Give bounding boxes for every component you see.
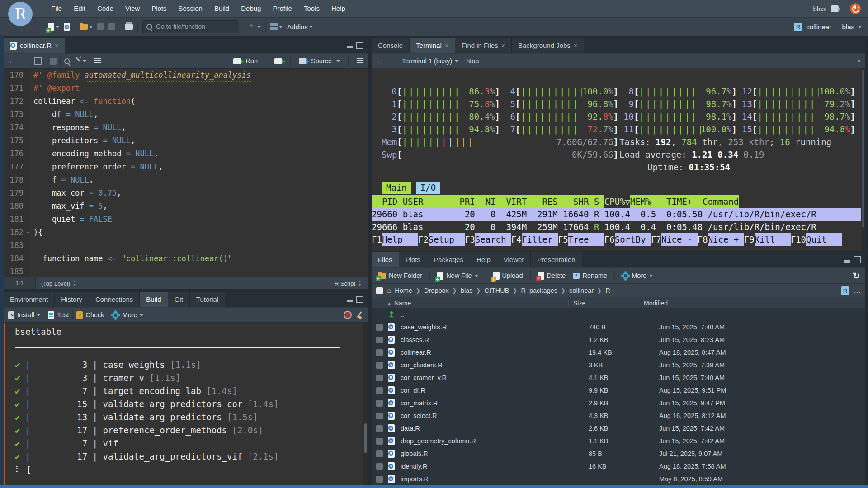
file-checkbox[interactable] xyxy=(376,425,383,432)
menu-session[interactable]: Session xyxy=(173,0,208,17)
sign-out-icon[interactable] xyxy=(831,5,839,12)
fkey-f8[interactable]: F8Nice + xyxy=(698,233,744,246)
tab-terminal[interactable]: Terminal× xyxy=(410,38,455,53)
file-row[interactable]: Rcollinear.R19.4 KBAug 18, 2025, 8:47 AM xyxy=(372,346,865,359)
file-name[interactable]: cor_matrix.R xyxy=(401,399,584,407)
file-name[interactable]: cor_clusters.R xyxy=(401,361,584,369)
build-scrollbar[interactable] xyxy=(363,323,368,485)
new-project-button[interactable]: R xyxy=(64,23,70,31)
home-icon[interactable]: ⌂ xyxy=(387,286,391,295)
file-checkbox[interactable] xyxy=(376,375,383,381)
tab-history[interactable]: History xyxy=(55,292,89,307)
more-button[interactable]: More xyxy=(618,272,656,279)
tab-viewer[interactable]: Viewer xyxy=(497,252,531,267)
scope-indicator[interactable]: (Top Level) xyxy=(41,280,70,287)
file-row[interactable]: Rcor_clusters.R3 KBJun 15, 2025, 7:39 AM xyxy=(372,359,865,371)
menu-profile[interactable]: Profile xyxy=(267,0,298,17)
run-button[interactable]: Run xyxy=(245,57,258,65)
process-row[interactable]: 29666 blas 20 0 394M 259M 17664 R 100.4 … xyxy=(372,221,861,233)
test-button[interactable]: Test xyxy=(57,311,69,319)
file-row[interactable]: Rcor_df.R9.9 KBAug 15, 2025, 9:51 PM xyxy=(372,384,865,397)
breadcrumb-collinear[interactable]: collinear xyxy=(569,287,594,294)
file-checkbox[interactable] xyxy=(376,413,383,419)
close-icon[interactable]: × xyxy=(445,38,448,53)
cursor-position[interactable]: 1:1 xyxy=(4,277,36,289)
file-checkbox[interactable] xyxy=(376,438,383,445)
file-row[interactable]: Rglobals.R85 BJul 21, 2025, 9:07 AM xyxy=(372,447,865,460)
file-name[interactable]: cor_df.R xyxy=(401,387,584,394)
maximize-icon[interactable] xyxy=(356,42,363,49)
upload-button[interactable]: ↑ Upload xyxy=(490,272,527,280)
clear-icon[interactable] xyxy=(356,311,363,319)
file-checkbox[interactable] xyxy=(376,476,383,483)
tab-collinear-r[interactable]: R collinear.R × xyxy=(4,38,65,53)
tab-find-in-files[interactable]: Find in Files× xyxy=(455,38,512,53)
htop-tab-i-o[interactable]: I/O xyxy=(416,182,440,194)
minimize-icon[interactable] xyxy=(347,46,353,48)
file-name[interactable]: .. xyxy=(401,311,584,318)
close-terminal-icon[interactable]: × xyxy=(857,57,865,65)
close-icon[interactable]: × xyxy=(574,38,577,53)
fkey-f10[interactable]: F10Quit xyxy=(791,233,842,246)
terminal-session-selector[interactable]: Terminal 1 (busy) xyxy=(402,57,452,65)
file-name[interactable]: cor_cramer_v.R xyxy=(401,374,584,381)
file-row[interactable]: Ridentify.R16 KBAug 18, 2025, 7:58 AM xyxy=(372,460,865,473)
fkey-f3[interactable]: F3Search xyxy=(465,233,511,246)
new-folder-button[interactable]: + New Folder xyxy=(374,272,426,279)
file-row[interactable]: Rcor_select.R4.3 KBAug 16, 2025, 8:12 AM xyxy=(372,409,865,422)
breadcrumb-r-packages[interactable]: R_packages xyxy=(521,287,557,294)
file-name[interactable]: identify.R xyxy=(401,463,584,470)
file-checkbox[interactable] xyxy=(376,324,383,331)
more-options-icon[interactable]: ... xyxy=(854,287,861,294)
open-file-button[interactable] xyxy=(80,24,93,30)
breadcrumb-home[interactable]: Home xyxy=(395,287,412,294)
close-icon[interactable]: × xyxy=(55,38,58,53)
file-checkbox[interactable] xyxy=(376,362,383,369)
save-button[interactable] xyxy=(97,23,104,30)
file-checkbox[interactable] xyxy=(376,450,383,457)
fold-icon[interactable]: ▾ xyxy=(27,226,29,239)
terminal-scrollbar[interactable] xyxy=(861,68,865,251)
column-name[interactable]: Name xyxy=(394,300,411,307)
file-row[interactable]: Rdata.R2.6 KBJun 15, 2025, 7:42 AM xyxy=(372,422,865,435)
back-icon[interactable]: ← xyxy=(8,56,16,66)
fkey-f9[interactable]: F9Kill xyxy=(744,233,791,246)
compile-report-icon[interactable] xyxy=(94,58,101,65)
project-selector[interactable]: collinear — blas xyxy=(806,23,854,31)
rerun-icon[interactable] xyxy=(274,58,282,64)
code-editor[interactable]: 170#' @family automated_multicollinearit… xyxy=(4,69,368,277)
more-button[interactable]: More xyxy=(123,311,137,319)
tab-packages[interactable]: Packages xyxy=(427,252,470,267)
goto-file-function-box[interactable] xyxy=(142,20,239,33)
file-name[interactable]: collinear.R xyxy=(401,349,584,356)
htop-tab-main[interactable]: Main xyxy=(382,182,411,194)
select-all-checkbox[interactable] xyxy=(376,287,383,294)
forward-icon[interactable]: → xyxy=(387,56,394,66)
rename-button[interactable]: Rename xyxy=(569,272,611,279)
menu-plots[interactable]: Plots xyxy=(146,0,172,17)
goto-file-function-input[interactable] xyxy=(155,23,225,31)
fkey-f6[interactable]: F6SortBy xyxy=(604,233,651,246)
file-name[interactable]: cor_select.R xyxy=(401,412,584,419)
file-checkbox[interactable] xyxy=(376,337,383,343)
filetype-selector[interactable]: R Script▲▼ xyxy=(335,280,368,287)
print-button[interactable] xyxy=(125,24,133,30)
menu-tools[interactable]: Tools xyxy=(298,0,326,17)
file-name[interactable]: globals.R xyxy=(401,450,584,457)
save-icon[interactable] xyxy=(50,58,57,65)
tab-git[interactable]: Git xyxy=(168,292,190,307)
file-row[interactable]: Rclasses.R1.2 KBJun 15, 2025, 8:23 AM xyxy=(372,333,865,346)
stop-icon[interactable] xyxy=(344,311,352,319)
menu-debug[interactable]: Debug xyxy=(235,0,267,17)
tab-connections[interactable]: Connections xyxy=(89,292,140,307)
file-checkbox[interactable] xyxy=(376,400,383,407)
file-row[interactable]: Rimports.RMay 8, 2025, 8:59 AM xyxy=(372,473,865,485)
open-in-new-window-icon[interactable] xyxy=(34,57,42,65)
breadcrumb-r[interactable]: R xyxy=(605,287,610,294)
file-row[interactable]: Rcase_weights.R740 BJun 15, 2025, 7:40 A… xyxy=(372,321,865,333)
tab-plots[interactable]: Plots xyxy=(399,252,427,267)
file-row[interactable]: Rdrop_geometry_column.R1.1 KBJun 15, 202… xyxy=(372,435,865,447)
menu-build[interactable]: Build xyxy=(208,0,235,17)
tab-presentation[interactable]: Presentation xyxy=(531,252,582,267)
tab-help[interactable]: Help xyxy=(470,252,497,267)
